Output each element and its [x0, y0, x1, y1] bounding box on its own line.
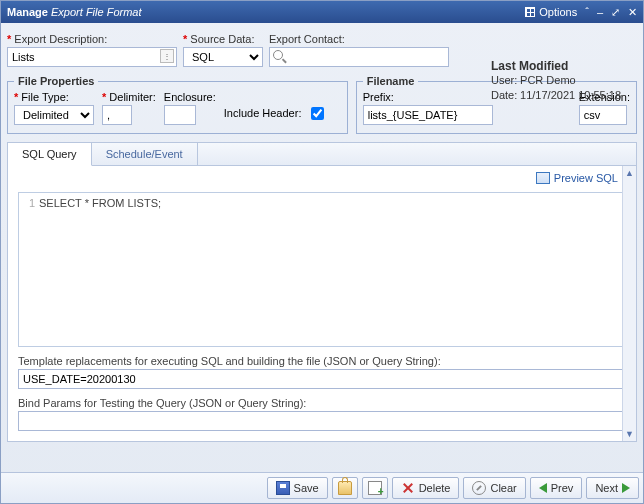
- window: Manage Export File Format Options ˆ – ⤢ …: [0, 0, 644, 504]
- lock-icon: [338, 481, 352, 495]
- last-modified-heading: Last Modified: [491, 59, 633, 73]
- last-modified-panel: Last Modified User: PCR Demo Date: 11/17…: [487, 57, 637, 105]
- last-modified-user: User: PCR Demo: [491, 73, 633, 88]
- export-contact-label: Export Contact:: [269, 33, 449, 45]
- export-contact-input[interactable]: [269, 47, 449, 67]
- save-new-button[interactable]: [362, 477, 388, 499]
- tab-strip: SQL Query Schedule/Event: [8, 143, 636, 166]
- body: Last Modified User: PCR Demo Date: 11/17…: [1, 23, 643, 472]
- collapse-icon[interactable]: ˆ: [585, 6, 589, 18]
- enclosure-label: Enclosure:: [164, 91, 216, 103]
- source-data-label: Source Data:: [183, 33, 263, 45]
- clear-button[interactable]: Clear: [463, 477, 525, 499]
- arrow-right-icon: [622, 483, 630, 493]
- save-locked-button[interactable]: [332, 477, 358, 499]
- scroll-up-icon[interactable]: ▲: [623, 166, 636, 180]
- preview-sql-link[interactable]: Preview SQL: [536, 172, 618, 184]
- next-button[interactable]: Next: [586, 477, 639, 499]
- prev-button[interactable]: Prev: [530, 477, 583, 499]
- bind-params-input[interactable]: [18, 411, 626, 431]
- template-replacements-input[interactable]: [18, 369, 626, 389]
- tab-sql-query[interactable]: SQL Query: [8, 143, 92, 166]
- last-modified-date: Date: 11/17/2021 10:55:18: [491, 88, 633, 103]
- grid-icon: [525, 7, 535, 17]
- maximize-icon[interactable]: ⤢: [611, 6, 620, 19]
- window-title: Manage Export File Format: [7, 6, 525, 18]
- bind-params-label: Bind Params for Testing the Query (JSON …: [18, 397, 626, 409]
- file-type-label: File Type:: [14, 91, 94, 103]
- arrow-left-icon: [539, 483, 547, 493]
- minimize-icon[interactable]: –: [597, 6, 603, 18]
- options-menu[interactable]: Options: [525, 6, 577, 18]
- filename-legend: Filename: [363, 75, 419, 87]
- delete-icon: [401, 481, 415, 495]
- preview-icon: [536, 172, 550, 184]
- template-replacements-label: Template replacements for executing SQL …: [18, 355, 626, 367]
- search-icon: [273, 50, 283, 60]
- export-description-label: Export Description:: [7, 33, 177, 45]
- new-icon: [368, 481, 382, 495]
- file-properties-legend: File Properties: [14, 75, 98, 87]
- export-description-input[interactable]: [7, 47, 177, 67]
- extension-input[interactable]: [579, 105, 627, 125]
- prefix-input[interactable]: [363, 105, 493, 125]
- enclosure-input[interactable]: [164, 105, 196, 125]
- sql-editor[interactable]: 1 SELECT * FROM LISTS;: [18, 192, 626, 347]
- delete-button[interactable]: Delete: [392, 477, 460, 499]
- clear-icon: [472, 481, 486, 495]
- line-number: 1: [23, 197, 39, 342]
- delimiter-label: Delimiter:: [102, 91, 156, 103]
- close-icon[interactable]: ✕: [628, 6, 637, 19]
- sql-code: SELECT * FROM LISTS;: [39, 197, 161, 342]
- save-button[interactable]: Save: [267, 477, 328, 499]
- include-header-checkbox[interactable]: [311, 107, 324, 120]
- scrollbar[interactable]: ▲ ▼: [622, 166, 636, 441]
- tab-body: Preview SQL 1 SELECT * FROM LISTS; Templ…: [8, 166, 636, 441]
- delimiter-input[interactable]: [102, 105, 132, 125]
- file-properties-fieldset: File Properties File Type: Delimited Del…: [7, 75, 348, 134]
- source-data-select[interactable]: SQL: [183, 47, 263, 67]
- tab-schedule-event[interactable]: Schedule/Event: [92, 143, 198, 165]
- description-picker-icon[interactable]: ⋮: [160, 49, 174, 63]
- tabs-container: SQL Query Schedule/Event Preview SQL 1 S…: [7, 142, 637, 442]
- include-header-label: Include Header:: [224, 107, 302, 119]
- save-icon: [276, 481, 290, 495]
- titlebar: Manage Export File Format Options ˆ – ⤢ …: [1, 1, 643, 23]
- footer-toolbar: Save Delete Clear Prev Next: [1, 472, 643, 503]
- file-type-select[interactable]: Delimited: [14, 105, 94, 125]
- scroll-down-icon[interactable]: ▼: [623, 427, 636, 441]
